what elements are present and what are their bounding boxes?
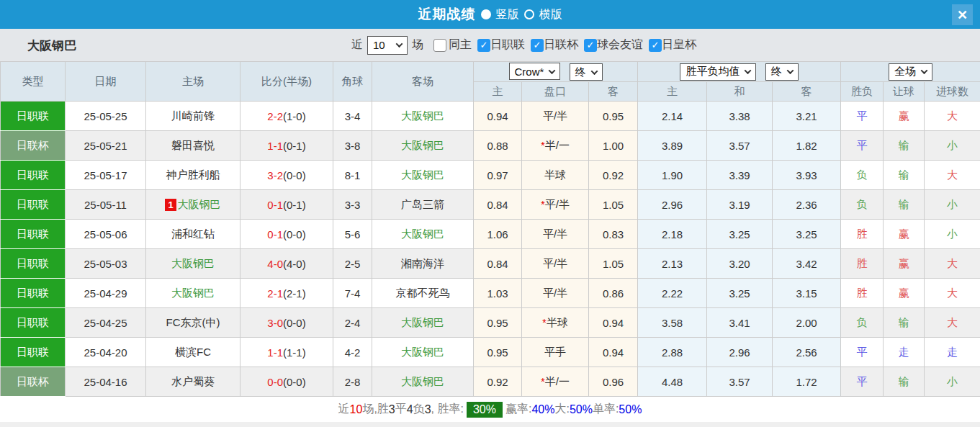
sub-header-eu-home: 主 [638, 82, 707, 102]
match-date: 25-05-03 [66, 249, 146, 279]
checkbox-checked-icon[interactable]: ✓ [531, 39, 544, 52]
europe-home-odds: 2.22 [638, 279, 707, 308]
europe-home-odds: 2.14 [638, 102, 707, 131]
checkbox-checked-icon[interactable]: ✓ [477, 39, 490, 52]
result-scope-select[interactable]: 全场 [889, 63, 932, 81]
filter-checkbox-label: 日联杯 [544, 37, 578, 53]
match-date: 25-04-25 [66, 308, 146, 338]
near-label: 近 [351, 37, 363, 53]
sub-header-wdl: 胜负 [841, 82, 884, 102]
fulltime-score: 3-0 [267, 317, 283, 329]
europe-draw-odds: 2.96 [707, 338, 773, 367]
home-team: 水户蜀葵 [146, 367, 240, 397]
europe-draw-odds: 3.19 [707, 190, 773, 220]
filter-checkbox-日皇杯[interactable]: ✓日皇杯 [643, 37, 696, 53]
europe-home-odds: 2.18 [638, 220, 707, 249]
summary-num: 3 [425, 403, 431, 416]
fulltime-score: 3-2 [267, 169, 283, 181]
asia-stage-select[interactable]: 终 [570, 63, 603, 81]
asia-away-odds: 1.05 [589, 249, 638, 279]
filter-checkbox-label: 球会友谊 [597, 37, 643, 53]
home-team: 1大阪钢巴 [146, 190, 240, 220]
away-team: 京都不死鸟 [372, 279, 474, 308]
league-badge: 日职联 [1, 338, 66, 367]
away-team-name: 大阪钢巴 [401, 375, 444, 387]
chevron-down-icon [549, 67, 556, 74]
result-wdl: 平 [841, 367, 884, 397]
away-team: 大阪钢巴 [372, 102, 474, 131]
europe-away-odds: 3.93 [773, 161, 841, 190]
corner-score: 3-8 [333, 131, 372, 161]
asia-away-odds: 0.92 [589, 161, 638, 190]
match-row: 日职联25-05-111大阪钢巴0-1(0-1)3-3广岛三箭0.84*平/半1… [1, 190, 980, 220]
europe-home-odds: 4.48 [638, 367, 707, 397]
checkbox-checked-icon[interactable]: ✓ [584, 39, 597, 52]
halftime-score: (2-1) [283, 287, 306, 300]
result-handicap: 输 [884, 161, 925, 190]
result-wdl: 胜 [841, 279, 884, 308]
filter-checkbox-label: 日职联 [490, 37, 525, 53]
checkbox-unchecked-icon[interactable] [433, 39, 446, 52]
result-goals: 大 [925, 249, 980, 279]
filter-checkbox-日联杯[interactable]: ✓日联杯 [525, 37, 578, 53]
filter-checkbox-同主[interactable]: 同主 [428, 37, 472, 53]
asia-away-odds: 0.94 [589, 338, 638, 367]
league-badge: 日职联 [1, 190, 66, 220]
away-team: 大阪钢巴 [372, 220, 474, 249]
europe-stage-select[interactable]: 终 [765, 63, 799, 81]
summary-blue: 50% [619, 403, 642, 416]
horizontal-layout-label[interactable]: 横版 [539, 7, 562, 22]
home-team-name: 大阪钢巴 [171, 257, 215, 269]
fulltime-score: 0-1 [267, 228, 283, 241]
match-row: 日职联25-05-25川崎前锋2-2(1-0)3-4大阪钢巴0.94平/半0.9… [1, 102, 980, 131]
summary-num: 4 [407, 403, 413, 416]
summary-blue: 40% [531, 403, 554, 416]
vertical-layout-label[interactable]: 竖版 [496, 7, 519, 22]
away-team-name: 大阪钢巴 [401, 139, 444, 151]
asia-company-select[interactable]: Crow* [509, 63, 561, 80]
europe-away-odds: 3.21 [773, 102, 841, 131]
result-goals: 大 [925, 279, 980, 308]
filter-checkbox-日职联[interactable]: ✓日职联 [472, 37, 525, 53]
home-team-name: 大阪钢巴 [171, 287, 215, 299]
horizontal-layout-radio[interactable] [524, 9, 534, 19]
home-team: 浦和红钻 [146, 220, 240, 249]
home-team-name: 磐田喜悦 [171, 139, 215, 151]
home-team: 川崎前锋 [146, 102, 240, 131]
fulltime-score: 0-0 [267, 376, 283, 388]
page-title: 近期战绩 [418, 5, 476, 24]
asia-home-odds: 0.94 [474, 102, 522, 131]
summary-bar: 近10场,胜3平4负3, 胜率: 30% 赢率:40% 大:50% 单率:50% [0, 397, 980, 422]
europe-away-odds: 3.15 [773, 279, 841, 308]
filter-checkbox-球会友谊[interactable]: ✓球会友谊 [578, 37, 643, 53]
halftime-score: (0-0) [283, 317, 306, 329]
sub-header-eu-away: 客 [773, 82, 841, 102]
corner-score: 5-6 [333, 220, 372, 249]
europe-home-odds: 3.58 [638, 308, 707, 338]
handicap-star: * [541, 139, 545, 151]
vertical-layout-radio[interactable] [481, 9, 491, 19]
home-team: 大阪钢巴 [146, 279, 240, 308]
europe-home-odds: 2.88 [638, 338, 707, 367]
asia-home-odds: 0.95 [474, 308, 522, 338]
summary-label: , 胜率: [431, 402, 464, 417]
match-count-select[interactable]: 10 [367, 36, 408, 55]
asia-handicap: 半球 [522, 161, 589, 190]
summary-num: 3 [389, 403, 395, 416]
away-team-name: 大阪钢巴 [401, 316, 444, 328]
checkbox-checked-icon[interactable]: ✓ [649, 39, 662, 52]
europe-home-odds: 2.96 [638, 190, 707, 220]
close-icon[interactable]: ✕ [952, 4, 973, 25]
asia-handicap: 平手 [522, 338, 589, 367]
asia-handicap: *半球 [522, 308, 589, 338]
result-handicap: 输 [884, 367, 925, 397]
europe-metric-select[interactable]: 胜平负均值 [680, 63, 756, 81]
match-row: 日联杯25-04-16水户蜀葵0-0(0-0)2-8大阪钢巴0.92*半/一0.… [1, 367, 980, 397]
asia-home-odds: 0.95 [474, 338, 522, 367]
match-row: 日联杯25-05-21磐田喜悦1-1(0-1)3-8大阪钢巴0.88*半/一1.… [1, 131, 980, 161]
summary-label: 平 [395, 402, 407, 417]
match-row: 日职联25-05-06浦和红钻0-1(0-0)5-6大阪钢巴1.06平/半0.8… [1, 220, 980, 249]
asia-home-odds: 0.84 [474, 249, 522, 279]
match-row: 日职联25-04-29大阪钢巴2-1(2-1)7-4京都不死鸟1.03平/半0.… [1, 279, 980, 308]
league-badge: 日联杯 [1, 367, 66, 397]
